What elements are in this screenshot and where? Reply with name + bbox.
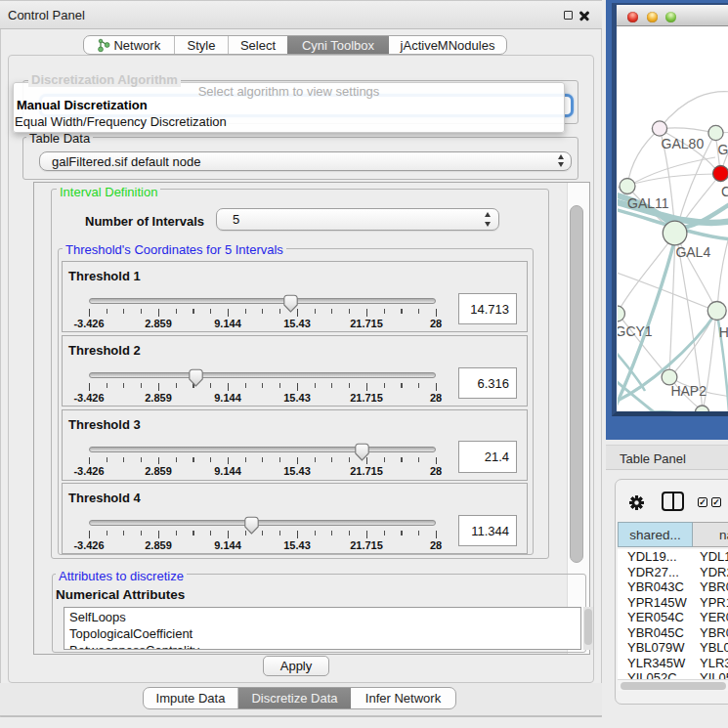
svg-text:GCY1: GCY1 [618, 323, 653, 339]
svg-text:GAL80: GAL80 [662, 136, 705, 151]
svg-text:GAL4: GAL4 [675, 244, 710, 260]
svg-text:HI: HI [719, 324, 728, 340]
svg-text:CD: CD [721, 184, 728, 199]
svg-text:GAL11: GAL11 [627, 195, 669, 211]
svg-text:HAP2: HAP2 [670, 383, 707, 399]
svg-text:GA: GA [717, 142, 728, 157]
